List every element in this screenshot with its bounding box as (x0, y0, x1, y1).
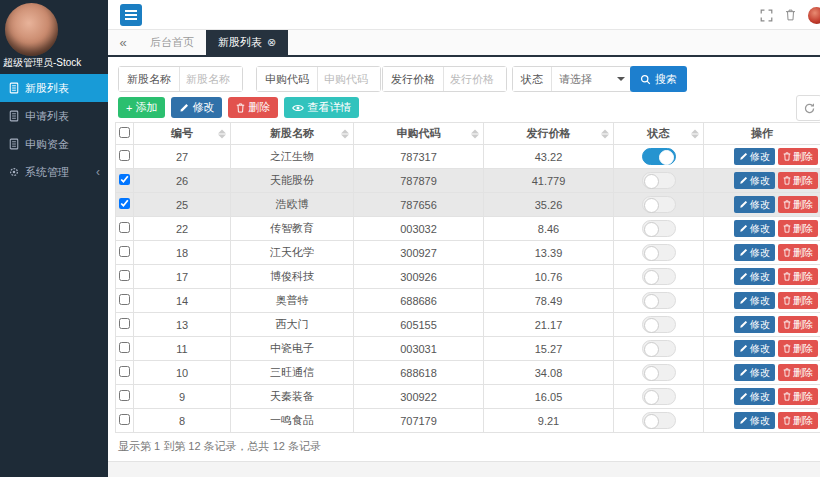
issue-price-input[interactable] (444, 67, 506, 91)
fullscreen-icon[interactable] (760, 9, 773, 22)
status-toggle[interactable] (642, 364, 676, 381)
row-edit-button[interactable]: 修改 (734, 268, 775, 285)
row-delete-button[interactable]: 删除 (778, 196, 818, 213)
column-header[interactable]: 新股名称 (231, 123, 354, 145)
row-checkbox[interactable] (119, 366, 130, 377)
sort-icon[interactable] (471, 129, 479, 138)
table-row: 10 三旺通信 688618 34.08 修改 删除 (116, 361, 820, 385)
column-header[interactable]: 状态 (614, 123, 704, 145)
row-delete-button[interactable]: 删除 (778, 340, 818, 357)
new-stock-name-input[interactable] (180, 67, 242, 91)
user-mini-avatar[interactable] (808, 7, 820, 24)
row-delete-button[interactable]: 删除 (778, 268, 818, 285)
row-edit-button[interactable]: 修改 (734, 340, 775, 357)
row-checkbox[interactable] (119, 318, 130, 329)
sidebar-item-subscription-funds[interactable]: 申购资金 (0, 130, 108, 158)
cell-code: 300927 (354, 241, 484, 265)
row-edit-button[interactable]: 修改 (734, 196, 775, 213)
status-toggle[interactable] (642, 292, 676, 309)
row-edit-label: 修改 (750, 294, 770, 308)
status-toggle[interactable] (642, 172, 676, 189)
row-checkbox[interactable] (119, 390, 130, 401)
chevron-left-icon[interactable]: ‹ (96, 158, 100, 186)
row-edit-button[interactable]: 修改 (734, 412, 775, 429)
status-select[interactable]: 请选择 (552, 67, 632, 91)
row-edit-button[interactable]: 修改 (734, 172, 775, 189)
tabs-collapse-icon[interactable]: « (108, 30, 138, 55)
row-edit-button[interactable]: 修改 (734, 220, 775, 237)
column-header[interactable]: 发行价格 (484, 123, 614, 145)
cell-name: 天能股份 (231, 169, 354, 193)
view-detail-button[interactable]: 查看详情 (284, 97, 359, 118)
row-checkbox[interactable] (119, 150, 130, 161)
column-header[interactable]: 编号 (134, 123, 231, 145)
table-row: 26 天能股份 787879 41.779 修改 删除 (116, 169, 820, 193)
search-button[interactable]: 搜索 (630, 66, 687, 92)
status-toggle[interactable] (642, 268, 676, 285)
tab-close-icon[interactable]: ⊗ (267, 37, 276, 48)
tab-new-stock-list[interactable]: 新股列表 ⊗ (206, 30, 288, 55)
sort-icon[interactable] (691, 129, 699, 138)
sidebar-item-new-stock-list[interactable]: 新股列表 (0, 74, 108, 102)
edit-button[interactable]: 修改 (171, 97, 222, 118)
row-delete-button[interactable]: 删除 (778, 172, 818, 189)
sidebar-toggle-button[interactable] (120, 4, 142, 26)
row-delete-button[interactable]: 删除 (778, 220, 818, 237)
cell-name: 中瓷电子 (231, 337, 354, 361)
subscription-code-input[interactable] (318, 67, 380, 91)
row-checkbox[interactable] (119, 246, 130, 257)
row-edit-button[interactable]: 修改 (734, 316, 775, 333)
table-row: 27 之江生物 787317 43.22 修改 删除 (116, 145, 820, 169)
user-avatar[interactable] (5, 3, 58, 56)
row-checkbox[interactable] (119, 342, 130, 353)
row-delete-button[interactable]: 删除 (778, 244, 818, 261)
list-icon (8, 110, 20, 122)
refresh-button[interactable] (796, 95, 820, 121)
tab-home[interactable]: 后台首页 (138, 30, 206, 55)
status-toggle[interactable] (642, 244, 676, 261)
table-row: 17 博俊科技 300926 10.76 修改 删除 (116, 265, 820, 289)
row-edit-button[interactable]: 修改 (734, 388, 775, 405)
row-edit-button[interactable]: 修改 (734, 244, 775, 261)
status-toggle[interactable] (642, 388, 676, 405)
row-edit-label: 修改 (750, 366, 770, 380)
column-header[interactable]: 申购代码 (354, 123, 484, 145)
row-checkbox[interactable] (119, 414, 130, 425)
trash-icon[interactable] (785, 9, 796, 21)
row-checkbox[interactable] (119, 294, 130, 305)
sort-icon[interactable] (601, 129, 609, 138)
add-button[interactable]: + 添加 (118, 97, 165, 118)
row-delete-label: 删除 (793, 390, 813, 404)
table-header-row: 编号新股名称申购代码发行价格状态操作 (116, 123, 820, 145)
row-edit-button[interactable]: 修改 (734, 292, 775, 309)
status-toggle[interactable] (642, 220, 676, 237)
pencil-icon (739, 176, 748, 185)
cell-id: 22 (134, 217, 231, 241)
row-delete-button[interactable]: 删除 (778, 388, 818, 405)
row-checkbox[interactable] (119, 198, 130, 209)
status-toggle[interactable] (642, 196, 676, 213)
row-edit-button[interactable]: 修改 (734, 148, 775, 165)
status-select-value: 请选择 (559, 72, 592, 87)
row-delete-button[interactable]: 删除 (778, 292, 818, 309)
trash-icon (236, 103, 245, 113)
row-edit-button[interactable]: 修改 (734, 364, 775, 381)
select-all-checkbox[interactable] (119, 127, 130, 138)
status-toggle[interactable] (642, 148, 676, 165)
sidebar-item-apply-list[interactable]: 申请列表 (0, 102, 108, 130)
status-toggle[interactable] (642, 340, 676, 357)
sort-icon[interactable] (218, 129, 226, 138)
row-checkbox[interactable] (119, 222, 130, 233)
row-checkbox[interactable] (119, 270, 130, 281)
delete-button[interactable]: 删除 (228, 97, 278, 118)
row-delete-button[interactable]: 删除 (778, 364, 818, 381)
pencil-icon (739, 152, 748, 161)
row-delete-button[interactable]: 删除 (778, 412, 818, 429)
row-delete-button[interactable]: 删除 (778, 148, 818, 165)
status-toggle[interactable] (642, 412, 676, 429)
row-checkbox[interactable] (119, 174, 130, 185)
sidebar-item-system-management[interactable]: 系统管理 ‹ (0, 158, 108, 186)
status-toggle[interactable] (642, 316, 676, 333)
sort-icon[interactable] (341, 129, 349, 138)
row-delete-button[interactable]: 删除 (778, 316, 818, 333)
